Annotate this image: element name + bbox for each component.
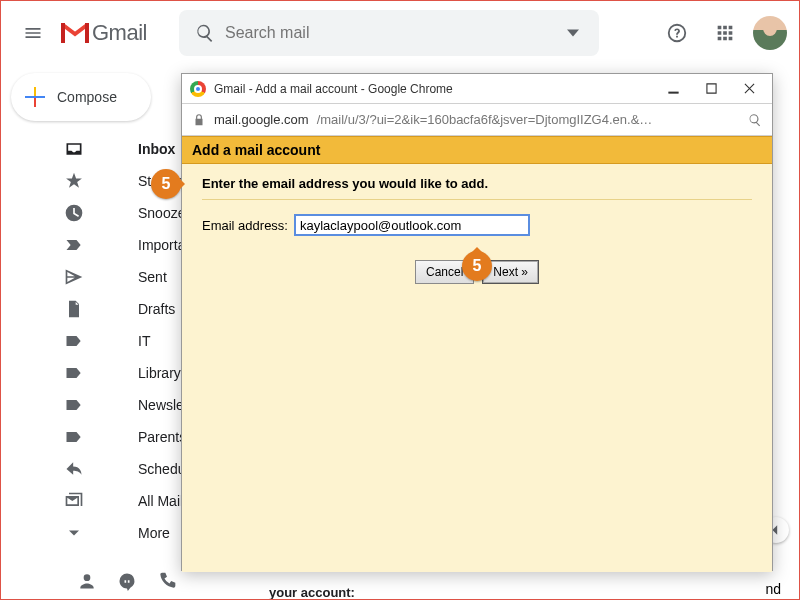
dialog-heading: Add a mail account	[182, 136, 772, 164]
label-icon	[27, 363, 120, 383]
search-input[interactable]	[225, 24, 553, 42]
gmail-m-icon	[61, 22, 89, 44]
label-icon	[27, 331, 120, 351]
divider	[202, 199, 752, 200]
lock-icon	[192, 113, 206, 127]
hangouts-phone-button[interactable]	[151, 565, 183, 597]
window-maximize-button[interactable]	[696, 78, 726, 100]
help-icon	[666, 22, 688, 44]
apps-button[interactable]	[705, 13, 745, 53]
window-close-button[interactable]	[734, 78, 764, 100]
menu-icon	[23, 23, 43, 43]
step-callout-next: 5	[462, 251, 492, 281]
search-icon[interactable]	[748, 113, 762, 127]
minimize-icon	[668, 83, 679, 94]
search-options-button[interactable]	[553, 13, 593, 53]
important-icon	[27, 235, 120, 255]
clock-icon	[27, 203, 120, 223]
background-text-fragment: nd	[765, 581, 781, 597]
background-text-youraccount: your account:	[269, 585, 355, 600]
star-icon	[27, 171, 120, 191]
account-avatar[interactable]	[753, 16, 787, 50]
chevron-down-icon	[27, 523, 120, 543]
plus-icon	[25, 87, 45, 107]
phone-icon	[157, 571, 177, 591]
email-row: Email address:	[202, 214, 752, 236]
send-icon	[27, 267, 120, 287]
caret-down-icon	[567, 27, 579, 39]
inbox-icon	[27, 139, 120, 159]
dialog-titlebar[interactable]: Gmail - Add a mail account - Google Chro…	[182, 74, 772, 104]
search-icon[interactable]	[185, 13, 225, 53]
compose-button[interactable]: Compose	[11, 73, 151, 121]
gmail-logo-text: Gmail	[92, 20, 147, 46]
chrome-favicon-icon	[190, 81, 206, 97]
dialog-address-bar[interactable]: mail.google.com/mail/u/3/?ui=2&ik=160bac…	[182, 104, 772, 136]
label-icon	[27, 427, 120, 447]
apps-grid-icon	[714, 22, 736, 44]
maximize-icon	[706, 83, 717, 94]
hangouts-contacts-button[interactable]	[71, 565, 103, 597]
file-icon	[27, 299, 120, 319]
email-label: Email address:	[202, 218, 288, 233]
person-icon	[77, 571, 97, 591]
label-icon	[27, 395, 120, 415]
gmail-logo[interactable]: Gmail	[61, 20, 147, 46]
url-host: mail.google.com	[214, 112, 309, 127]
schedule-icon	[27, 459, 120, 479]
window-minimize-button[interactable]	[658, 78, 688, 100]
email-input[interactable]	[294, 214, 530, 236]
search-bar[interactable]	[179, 10, 599, 56]
stacked-mail-icon	[27, 491, 120, 511]
compose-label: Compose	[57, 89, 117, 105]
hangouts-chat-button[interactable]	[111, 565, 143, 597]
step-callout-email: 5	[151, 169, 181, 199]
url-path: /mail/u/3/?ui=2&ik=160bacfa6f&jsver=Djto…	[317, 112, 653, 127]
main-menu-button[interactable]	[13, 13, 53, 53]
dialog-instruction: Enter the email address you would like t…	[202, 174, 752, 199]
chat-bubble-icon	[117, 571, 137, 591]
close-icon	[744, 83, 755, 94]
dialog-body: Enter the email address you would like t…	[182, 164, 772, 572]
support-button[interactable]	[657, 13, 697, 53]
dialog-window-title: Gmail - Add a mail account - Google Chro…	[214, 82, 650, 96]
add-mail-account-dialog: Gmail - Add a mail account - Google Chro…	[181, 73, 773, 571]
